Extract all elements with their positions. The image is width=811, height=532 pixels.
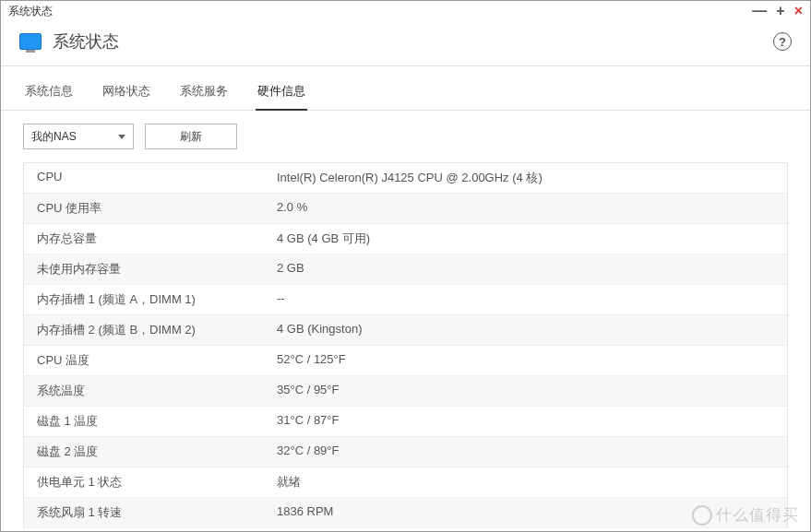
refresh-button[interactable]: 刷新: [145, 124, 237, 149]
table-row: CPU 温度 52°C / 125°F: [24, 346, 787, 376]
table-row: CPU 使用率 2.0 %: [24, 194, 787, 224]
row-label: CPU: [37, 170, 277, 186]
titlebar: 系统状态 — + ×: [1, 1, 810, 21]
row-value: Intel(R) Celeron(R) J4125 CPU @ 2.00GHz …: [277, 170, 774, 186]
row-value: 1836 RPM: [277, 504, 774, 521]
table-row: 磁盘 2 温度 32°C / 89°F: [24, 437, 787, 467]
tab-system-info[interactable]: 系统信息: [23, 77, 75, 110]
tab-bar: 系统信息 网络状态 系统服务 硬件信息: [1, 66, 810, 111]
row-label: 磁盘 1 温度: [37, 413, 277, 430]
table-row: 内存插槽 2 (频道 B，DIMM 2) 4 GB (Kingston): [24, 315, 787, 346]
table-row: 磁盘 1 温度 31°C / 87°F: [24, 407, 787, 437]
close-icon[interactable]: ×: [794, 4, 803, 18]
row-label: 未使用内存容量: [37, 261, 277, 278]
minimize-icon[interactable]: —: [752, 4, 767, 18]
row-label: 系统温度: [37, 383, 277, 399]
row-label: 系统风扇 1 转速: [37, 504, 277, 521]
row-value: 31°C / 87°F: [277, 413, 774, 430]
row-value: 就绪: [277, 474, 774, 491]
row-label: 内存总容量: [37, 231, 277, 247]
table-row: 系统温度 35°C / 95°F: [24, 376, 787, 407]
table-row: 系统风扇 1 转速 1836 RPM: [24, 498, 787, 528]
table-row: CPU Intel(R) Celeron(R) J4125 CPU @ 2.00…: [24, 163, 787, 194]
row-value: 35°C / 95°F: [277, 383, 774, 399]
page-header: 系统状态 ?: [1, 21, 810, 66]
window-controls: — + ×: [752, 4, 803, 18]
row-value: 4 GB (4 GB 可用): [277, 231, 774, 247]
chevron-down-icon: [118, 135, 125, 139]
help-icon[interactable]: ?: [773, 32, 792, 51]
row-value: 2 GB: [277, 261, 774, 278]
row-label: 供电单元 1 状态: [37, 474, 277, 491]
row-value: 4 GB (Kingston): [277, 322, 774, 338]
device-dropdown-label: 我的NAS: [31, 129, 77, 145]
table-row: 内存总容量 4 GB (4 GB 可用): [24, 224, 787, 254]
window-title: 系统状态: [8, 4, 53, 19]
toolbar: 我的NAS 刷新: [23, 111, 788, 162]
row-value: 52°C / 125°F: [277, 352, 774, 369]
row-value: 2.0 %: [277, 200, 774, 217]
content-area: 我的NAS 刷新 CPU Intel(R) Celeron(R) J4125 C…: [1, 111, 810, 528]
row-label: CPU 温度: [37, 352, 277, 369]
table-row: 供电单元 1 状态 就绪: [24, 467, 787, 498]
tab-hardware-info[interactable]: 硬件信息: [256, 77, 307, 111]
row-value: --: [277, 291, 774, 308]
table-row: 内存插槽 1 (频道 A，DIMM 1) --: [24, 285, 787, 315]
maximize-icon[interactable]: +: [776, 4, 784, 18]
page-title: 系统状态: [53, 30, 119, 53]
hardware-info-table: CPU Intel(R) Celeron(R) J4125 CPU @ 2.00…: [23, 162, 788, 528]
row-label: 内存插槽 1 (频道 A，DIMM 1): [37, 291, 277, 308]
row-value: 32°C / 89°F: [277, 443, 774, 460]
row-label: CPU 使用率: [37, 200, 277, 217]
table-row: 未使用内存容量 2 GB: [24, 254, 787, 285]
tab-network-status[interactable]: 网络状态: [101, 77, 152, 110]
row-label: 内存插槽 2 (频道 B，DIMM 2): [37, 322, 277, 338]
tab-system-service[interactable]: 系统服务: [178, 77, 230, 110]
device-dropdown[interactable]: 我的NAS: [23, 124, 134, 149]
row-label: 磁盘 2 温度: [37, 443, 277, 460]
monitor-icon: [19, 33, 42, 50]
